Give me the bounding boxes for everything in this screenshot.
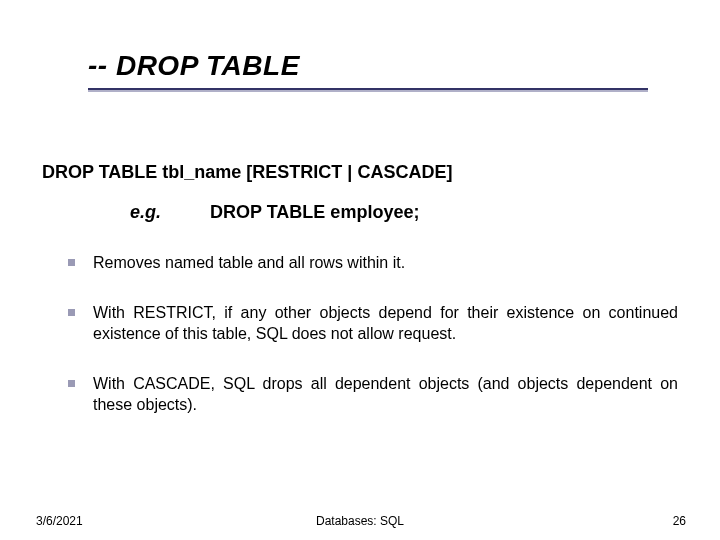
page-number: 26 [673, 514, 686, 528]
example-label: e.g. [130, 202, 161, 222]
title-area: -- DROP TABLE [88, 50, 680, 92]
bullet-marker-icon [68, 380, 75, 387]
slide: -- DROP TABLE DROP TABLE tbl_name [RESTR… [0, 0, 720, 540]
title-underline-light [88, 90, 648, 92]
list-item: With CASCADE, SQL drops all dependent ob… [68, 373, 678, 416]
slide-title: -- DROP TABLE [88, 50, 680, 82]
syntax-line: DROP TABLE tbl_name [RESTRICT | CASCADE] [42, 162, 452, 183]
list-item: With RESTRICT, if any other objects depe… [68, 302, 678, 345]
example-code: DROP TABLE employee; [210, 202, 419, 222]
footer-title: Databases: SQL [0, 514, 720, 528]
example-line: e.g. DROP TABLE employee; [130, 202, 419, 223]
bullet-marker-icon [68, 259, 75, 266]
bullet-text: With RESTRICT, if any other objects depe… [93, 302, 678, 345]
bullet-list: Removes named table and all rows within … [68, 252, 678, 444]
bullet-text: Removes named table and all rows within … [93, 252, 678, 274]
list-item: Removes named table and all rows within … [68, 252, 678, 274]
bullet-marker-icon [68, 309, 75, 316]
bullet-text: With CASCADE, SQL drops all dependent ob… [93, 373, 678, 416]
